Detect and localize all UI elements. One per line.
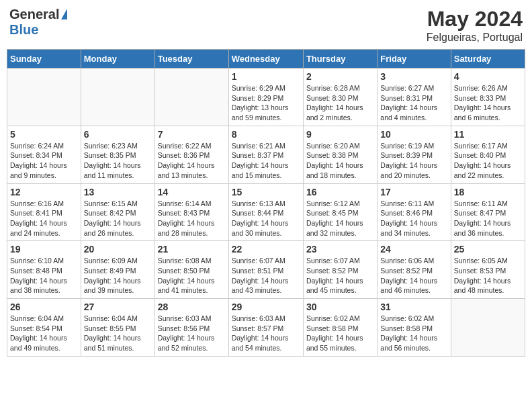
day-number: 3: [380, 71, 447, 82]
calendar-day-cell: 23Sunrise: 6:07 AM Sunset: 8:52 PM Dayli…: [303, 241, 377, 299]
title-block: May 2024 Felgueiras, Portugal: [427, 7, 523, 44]
calendar-week-row: 12Sunrise: 6:16 AM Sunset: 8:41 PM Dayli…: [7, 183, 525, 241]
day-info: Sunrise: 6:13 AM Sunset: 8:44 PM Dayligh…: [232, 199, 300, 238]
day-number: 6: [84, 129, 152, 140]
calendar-header-row: SundayMondayTuesdayWednesdayThursdayFrid…: [7, 50, 525, 68]
day-info: Sunrise: 6:03 AM Sunset: 8:57 PM Dayligh…: [232, 314, 300, 353]
calendar-day-cell: 29Sunrise: 6:03 AM Sunset: 8:57 PM Dayli…: [228, 299, 303, 357]
day-number: 13: [84, 187, 152, 197]
calendar-day-cell: 20Sunrise: 6:09 AM Sunset: 8:49 PM Dayli…: [81, 241, 154, 299]
calendar-day-cell: [451, 299, 525, 357]
day-info: Sunrise: 6:11 AM Sunset: 8:47 PM Dayligh…: [454, 199, 522, 238]
calendar-table: SundayMondayTuesdayWednesdayThursdayFrid…: [7, 49, 525, 357]
page-header: General Blue May 2024 Felgueiras, Portug…: [7, 7, 525, 44]
day-info: Sunrise: 6:05 AM Sunset: 8:53 PM Dayligh…: [454, 256, 522, 295]
calendar-day-cell: 2Sunrise: 6:28 AM Sunset: 8:30 PM Daylig…: [303, 68, 377, 126]
logo: General Blue: [9, 7, 67, 38]
day-number: 9: [306, 129, 374, 140]
day-info: Sunrise: 6:27 AM Sunset: 8:31 PM Dayligh…: [380, 83, 447, 123]
day-info: Sunrise: 6:26 AM Sunset: 8:33 PM Dayligh…: [454, 83, 522, 123]
calendar-day-cell: 9Sunrise: 6:20 AM Sunset: 8:38 PM Daylig…: [303, 126, 377, 183]
calendar-day-cell: 25Sunrise: 6:05 AM Sunset: 8:53 PM Dayli…: [451, 241, 525, 299]
day-number: 8: [232, 129, 300, 140]
calendar-day-cell: 1Sunrise: 6:29 AM Sunset: 8:29 PM Daylig…: [228, 68, 303, 126]
day-info: Sunrise: 6:10 AM Sunset: 8:48 PM Dayligh…: [10, 256, 78, 295]
day-number: 24: [380, 244, 447, 255]
day-number: 25: [454, 244, 522, 255]
day-info: Sunrise: 6:29 AM Sunset: 8:29 PM Dayligh…: [232, 83, 300, 123]
logo-general-text: General: [9, 7, 59, 22]
day-info: Sunrise: 6:03 AM Sunset: 8:56 PM Dayligh…: [158, 314, 226, 353]
day-number: 18: [454, 187, 522, 197]
calendar-subtitle: Felgueiras, Portugal: [427, 32, 523, 44]
day-of-week-header: Tuesday: [154, 50, 228, 68]
day-number: 30: [306, 302, 374, 312]
day-number: 16: [306, 187, 374, 197]
day-of-week-header: Sunday: [7, 50, 81, 68]
day-of-week-header: Monday: [81, 50, 154, 68]
day-info: Sunrise: 6:16 AM Sunset: 8:41 PM Dayligh…: [10, 199, 78, 238]
calendar-day-cell: 14Sunrise: 6:14 AM Sunset: 8:43 PM Dayli…: [154, 183, 228, 241]
day-number: 23: [306, 244, 374, 255]
calendar-day-cell: 7Sunrise: 6:22 AM Sunset: 8:36 PM Daylig…: [154, 126, 228, 183]
calendar-day-cell: 11Sunrise: 6:17 AM Sunset: 8:40 PM Dayli…: [451, 126, 525, 183]
day-number: 31: [380, 302, 447, 312]
day-number: 20: [84, 244, 152, 255]
day-number: 14: [158, 187, 226, 197]
day-number: 15: [232, 187, 300, 197]
day-number: 19: [10, 244, 78, 255]
day-number: 28: [158, 302, 226, 312]
day-number: 2: [306, 71, 374, 82]
day-info: Sunrise: 6:12 AM Sunset: 8:45 PM Dayligh…: [306, 199, 374, 238]
calendar-day-cell: 5Sunrise: 6:24 AM Sunset: 8:34 PM Daylig…: [7, 126, 81, 183]
calendar-day-cell: 26Sunrise: 6:04 AM Sunset: 8:54 PM Dayli…: [7, 299, 81, 357]
day-number: 17: [380, 187, 447, 197]
day-info: Sunrise: 6:07 AM Sunset: 8:51 PM Dayligh…: [232, 256, 300, 295]
day-number: 1: [232, 71, 300, 82]
calendar-day-cell: 31Sunrise: 6:02 AM Sunset: 8:58 PM Dayli…: [378, 299, 451, 357]
calendar-day-cell: 27Sunrise: 6:04 AM Sunset: 8:55 PM Dayli…: [81, 299, 154, 357]
calendar-day-cell: 8Sunrise: 6:21 AM Sunset: 8:37 PM Daylig…: [228, 126, 303, 183]
calendar-day-cell: 13Sunrise: 6:15 AM Sunset: 8:42 PM Dayli…: [81, 183, 154, 241]
calendar-week-row: 26Sunrise: 6:04 AM Sunset: 8:54 PM Dayli…: [7, 299, 525, 357]
day-number: 7: [158, 129, 226, 140]
calendar-day-cell: 3Sunrise: 6:27 AM Sunset: 8:31 PM Daylig…: [378, 68, 451, 126]
calendar-day-cell: 10Sunrise: 6:19 AM Sunset: 8:39 PM Dayli…: [378, 126, 451, 183]
day-info: Sunrise: 6:24 AM Sunset: 8:34 PM Dayligh…: [10, 141, 78, 181]
calendar-day-cell: 21Sunrise: 6:08 AM Sunset: 8:50 PM Dayli…: [154, 241, 228, 299]
day-number: 29: [232, 302, 300, 312]
day-info: Sunrise: 6:04 AM Sunset: 8:55 PM Dayligh…: [84, 314, 152, 353]
day-of-week-header: Wednesday: [228, 50, 303, 68]
calendar-day-cell: 19Sunrise: 6:10 AM Sunset: 8:48 PM Dayli…: [7, 241, 81, 299]
day-number: 10: [380, 129, 447, 140]
calendar-day-cell: 28Sunrise: 6:03 AM Sunset: 8:56 PM Dayli…: [154, 299, 228, 357]
calendar-day-cell: 30Sunrise: 6:02 AM Sunset: 8:58 PM Dayli…: [303, 299, 377, 357]
day-info: Sunrise: 6:04 AM Sunset: 8:54 PM Dayligh…: [10, 314, 78, 353]
day-number: 22: [232, 244, 300, 255]
calendar-day-cell: [81, 68, 154, 126]
day-info: Sunrise: 6:17 AM Sunset: 8:40 PM Dayligh…: [454, 141, 522, 181]
calendar-day-cell: 6Sunrise: 6:23 AM Sunset: 8:35 PM Daylig…: [81, 126, 154, 183]
day-info: Sunrise: 6:11 AM Sunset: 8:46 PM Dayligh…: [380, 199, 447, 238]
calendar-day-cell: 18Sunrise: 6:11 AM Sunset: 8:47 PM Dayli…: [451, 183, 525, 241]
day-number: 4: [454, 71, 522, 82]
calendar-day-cell: 22Sunrise: 6:07 AM Sunset: 8:51 PM Dayli…: [228, 241, 303, 299]
calendar-day-cell: 24Sunrise: 6:06 AM Sunset: 8:52 PM Dayli…: [378, 241, 451, 299]
day-info: Sunrise: 6:21 AM Sunset: 8:37 PM Dayligh…: [232, 141, 300, 181]
day-info: Sunrise: 6:19 AM Sunset: 8:39 PM Dayligh…: [380, 141, 447, 181]
day-info: Sunrise: 6:28 AM Sunset: 8:30 PM Dayligh…: [306, 83, 374, 123]
logo-blue-text: Blue: [9, 22, 38, 37]
calendar-week-row: 1Sunrise: 6:29 AM Sunset: 8:29 PM Daylig…: [7, 68, 525, 126]
calendar-day-cell: 15Sunrise: 6:13 AM Sunset: 8:44 PM Dayli…: [228, 183, 303, 241]
day-info: Sunrise: 6:14 AM Sunset: 8:43 PM Dayligh…: [158, 199, 226, 238]
calendar-day-cell: [154, 68, 228, 126]
day-number: 11: [454, 129, 522, 140]
calendar-title: May 2024: [427, 7, 523, 32]
day-info: Sunrise: 6:20 AM Sunset: 8:38 PM Dayligh…: [306, 141, 374, 181]
day-info: Sunrise: 6:08 AM Sunset: 8:50 PM Dayligh…: [158, 256, 226, 295]
calendar-day-cell: 17Sunrise: 6:11 AM Sunset: 8:46 PM Dayli…: [378, 183, 451, 241]
day-number: 5: [10, 129, 78, 140]
calendar-week-row: 5Sunrise: 6:24 AM Sunset: 8:34 PM Daylig…: [7, 126, 525, 183]
logo-triangle-icon: [61, 9, 67, 19]
day-of-week-header: Thursday: [303, 50, 377, 68]
